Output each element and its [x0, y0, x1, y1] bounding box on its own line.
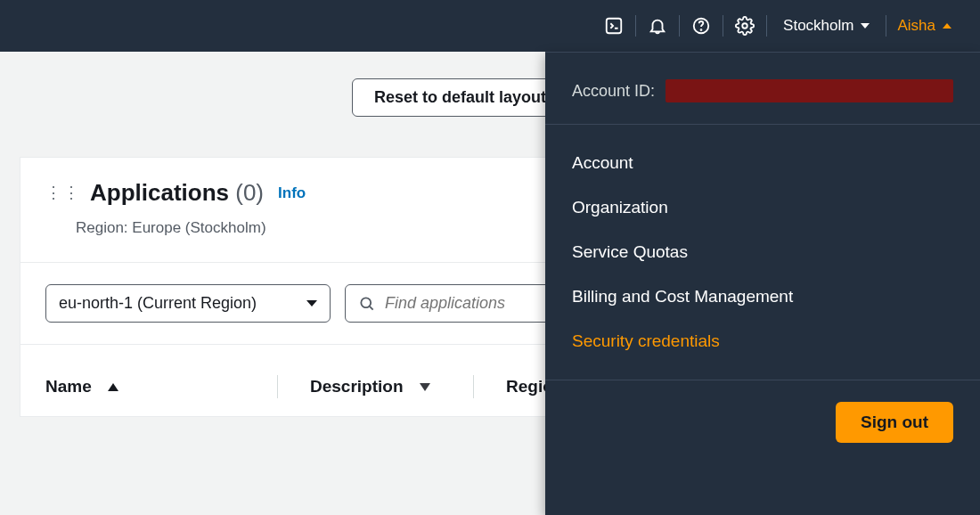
svg-point-3: [742, 23, 747, 29]
cloudshell-icon[interactable]: [592, 0, 635, 52]
user-label: Aisha: [897, 17, 935, 35]
reset-layout-button[interactable]: Reset to default layout: [352, 78, 568, 117]
card-title: Applications (0): [90, 179, 264, 207]
menu-item-service-quotas[interactable]: Service Quotas: [545, 230, 980, 274]
info-link[interactable]: Info: [278, 184, 306, 202]
region-label: Stockholm: [783, 17, 853, 35]
menu-item-security-credentials[interactable]: Security credentials: [545, 319, 980, 364]
column-divider: [277, 375, 278, 398]
svg-point-2: [701, 29, 702, 30]
search-icon: [358, 295, 376, 313]
column-header-description[interactable]: Description: [277, 375, 473, 398]
account-dropdown-panel: Account ID: Account Organization Service…: [545, 52, 980, 515]
sign-out-button[interactable]: Sign out: [836, 402, 953, 443]
svg-point-4: [361, 298, 371, 307]
card-title-text: Applications: [90, 179, 229, 206]
settings-icon[interactable]: [723, 0, 766, 52]
help-icon[interactable]: [680, 0, 723, 52]
user-menu-trigger[interactable]: Aisha: [886, 0, 962, 52]
chevron-down-icon: [306, 300, 317, 307]
region-filter-dropdown[interactable]: eu-north-1 (Current Region): [45, 284, 331, 323]
card-count: (0): [235, 179, 264, 206]
menu-item-billing[interactable]: Billing and Cost Management: [545, 274, 980, 319]
column-name-label: Name: [45, 377, 92, 396]
column-header-name[interactable]: Name: [45, 375, 277, 398]
account-menu-section: Account Organization Service Quotas Bill…: [545, 125, 980, 380]
column-divider: [473, 375, 474, 398]
region-selector[interactable]: Stockholm: [767, 0, 886, 52]
chevron-down-icon: [861, 23, 870, 29]
menu-item-organization[interactable]: Organization: [545, 185, 980, 230]
signout-row: Sign out: [545, 380, 980, 464]
chevron-up-icon: [943, 23, 951, 29]
account-id-label: Account ID:: [572, 82, 655, 101]
column-description-label: Description: [310, 377, 404, 396]
account-id-row: Account ID:: [545, 53, 980, 125]
sort-ascending-icon: [108, 383, 118, 391]
drag-handle-icon[interactable]: ⋮⋮: [45, 191, 81, 195]
account-id-value-redacted: [666, 79, 953, 102]
menu-item-account[interactable]: Account: [545, 141, 980, 185]
region-filter-value: eu-north-1 (Current Region): [59, 294, 257, 313]
sort-icon: [420, 383, 430, 391]
notifications-icon[interactable]: [636, 0, 679, 52]
top-nav-bar: Stockholm Aisha: [0, 0, 980, 52]
